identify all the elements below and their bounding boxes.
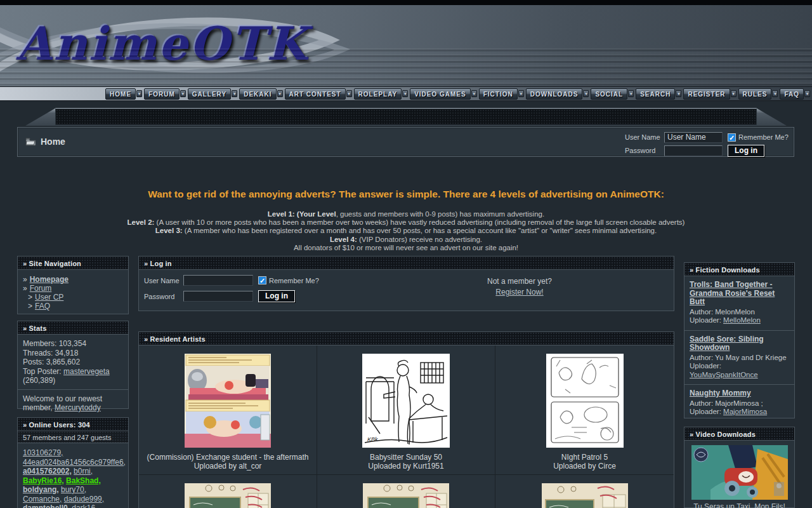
chevron-down-icon[interactable]: ▾	[471, 90, 477, 97]
folder-icon	[25, 137, 36, 146]
artist-card: NIght Patrol 5 Uploaded by Circe	[495, 345, 674, 474]
sidebar-item-forum[interactable]: »Forum	[23, 284, 123, 293]
chevron-down-icon[interactable]: ▾	[180, 90, 186, 97]
nav-roleplay[interactable]: ROLEPLAY	[354, 88, 402, 100]
nav-forum[interactable]: FORUM	[144, 88, 180, 100]
login-button[interactable]: Log in	[258, 290, 295, 302]
nav-downloads[interactable]: DOWNLOADS	[526, 88, 583, 100]
online-user-link[interactable]: BabyRie16,	[23, 476, 64, 485]
fiction-title-link[interactable]: Naughty Mommy	[690, 389, 789, 398]
resident-artists-panel: » Resident Artists	[138, 331, 674, 508]
online-users-list: 103106279, 44ead024ba61456c6c979ffe6, a0…	[18, 443, 128, 508]
artist-card	[139, 474, 317, 508]
online-user-link[interactable]: bury70,	[61, 485, 86, 494]
chevron-down-icon[interactable]: ▾	[628, 90, 634, 97]
online-user-link[interactable]: b0rni,	[74, 467, 93, 476]
login-button[interactable]: Log in	[728, 145, 764, 157]
remember-me-checkbox[interactable]: ✓	[728, 133, 736, 142]
nav-fiction[interactable]: FICTION	[479, 88, 518, 100]
artwork-caption[interactable]: (Commission) Exchange student - the afte…	[143, 453, 313, 462]
ad-levels-title: Want to get rid of the annoying adverts?…	[0, 189, 812, 200]
nav-social[interactable]: SOCIAL	[591, 88, 627, 100]
fiction-title-link[interactable]: Saddle Sore: Sibling Showdown	[690, 335, 789, 352]
password-label: Password	[144, 293, 183, 300]
stats-top-poster-count: (260,389)	[23, 376, 123, 385]
password-label: Password	[625, 147, 664, 154]
artwork-thumbnail-detention-1[interactable]	[185, 483, 271, 508]
online-user-link[interactable]: boldyang,	[23, 485, 59, 494]
artist-card: KBk Babysitter Sunday 50 Uploaded by Kur…	[317, 345, 495, 474]
nav-search[interactable]: SEARCH	[636, 88, 675, 100]
sidebar-item-usercp[interactable]: >User CP	[23, 293, 123, 302]
artwork-thumbnail-night-patrol[interactable]	[546, 354, 624, 448]
ad-level-line: All donators of $10 or more will never s…	[25, 244, 787, 252]
artwork-thumbnail-babysitter-sunday[interactable]: KBk	[362, 354, 450, 448]
password-field[interactable]	[664, 145, 723, 156]
video-title-link[interactable]: Tu Seras un Taxi, Mon Fils!	[693, 502, 785, 508]
register-now-link[interactable]: Register Now!	[495, 288, 543, 297]
chevron-down-icon[interactable]: ▾	[232, 90, 237, 97]
nav-register[interactable]: REGISTER	[683, 88, 730, 100]
fiction-title-link[interactable]: Trolls: Band Together - Grandma Rosie's …	[690, 281, 789, 307]
chevron-down-icon[interactable]: ▾	[136, 90, 142, 97]
page-title: Home	[41, 137, 65, 147]
uploader-link[interactable]: YouMaySpankItOnce	[690, 371, 758, 378]
sidebar-item-faq[interactable]: >FAQ	[23, 302, 123, 311]
nav-faq[interactable]: FAQ	[780, 88, 804, 100]
online-user-link[interactable]: damntohell0,	[23, 504, 70, 508]
top-poster-link[interactable]: mastervegeta	[63, 367, 110, 376]
login-panel-header: » Log in	[139, 257, 674, 270]
stats-panel: » Stats Members: 103,354 Threads: 34,918…	[17, 321, 129, 409]
ad-level-line: Level 1: (Your Level, guests and members…	[25, 210, 787, 218]
online-user-link[interactable]: a0415762002,	[23, 467, 72, 476]
nav-rules[interactable]: RULES	[738, 88, 772, 100]
chevron-down-icon[interactable]: ▾	[804, 90, 810, 97]
username-label: User Name	[144, 277, 183, 284]
artist-card	[317, 474, 495, 508]
not-member-text: Not a member yet?	[443, 276, 596, 287]
online-user-link[interactable]: 103106279,	[23, 448, 63, 457]
sidebar-item-homepage[interactable]: »Homepage	[23, 275, 123, 284]
artwork-thumbnail-detention-2[interactable]	[363, 483, 449, 508]
breadcrumb: Home	[25, 137, 65, 147]
online-user-link[interactable]: BakShad,	[66, 476, 101, 485]
site-navigation-header: » Site Navigation	[18, 257, 128, 270]
video-thumbnail[interactable]	[691, 445, 788, 500]
artwork-caption[interactable]: Babysitter Sunday 50	[321, 453, 491, 462]
fiction-downloads-header: » Fiction Downloads	[684, 263, 794, 276]
fiction-author: Author: MajorMimosa ;	[690, 399, 789, 408]
chevron-down-icon[interactable]: ▾	[731, 90, 737, 97]
password-field[interactable]	[183, 291, 253, 302]
chevron-down-icon[interactable]: ▾	[346, 90, 352, 97]
uploader-link[interactable]: MelloMelon	[723, 316, 761, 324]
username-field[interactable]	[664, 132, 723, 143]
nav-home[interactable]: HOME	[105, 88, 136, 100]
chevron-down-icon[interactable]: ▾	[518, 90, 524, 97]
remember-me-checkbox[interactable]: ✓	[258, 276, 266, 284]
artwork-thumbnail-exchange-student[interactable]	[185, 354, 271, 448]
chevron-down-icon[interactable]: ▾	[772, 90, 778, 97]
nav-dekaki[interactable]: DEKAKI	[239, 88, 276, 100]
main-navbar: HOME▾ FORUM▾ GALLERY▾ DEKAKI▾ ART CONTES…	[0, 86, 812, 101]
newest-member-link[interactable]: Mercurytoddy	[55, 403, 101, 412]
nav-video-games[interactable]: VIDEO GAMES	[410, 88, 471, 100]
nav-gallery[interactable]: GALLERY	[188, 88, 231, 100]
stats-threads: Threads: 34,918	[23, 349, 123, 358]
artwork-thumbnail-detention-3[interactable]	[542, 483, 628, 508]
username-label: User Name	[625, 133, 664, 141]
nav-art-contest[interactable]: ART CONTEST	[285, 88, 346, 100]
chevron-down-icon[interactable]: ▾	[402, 90, 408, 97]
username-field[interactable]	[183, 275, 253, 286]
remember-me-label: Remember Me?	[738, 133, 789, 141]
chevron-down-icon[interactable]: ▾	[676, 90, 681, 97]
chevron-down-icon[interactable]: ▾	[277, 90, 283, 97]
remember-me-label: Remember Me?	[269, 277, 319, 284]
online-user-link[interactable]: Comanche,	[23, 495, 62, 504]
online-user-link[interactable]: dark16,	[72, 504, 97, 508]
fiction-author: Author: Yu May and Dr Kriege	[690, 354, 789, 363]
chevron-down-icon[interactable]: ▾	[583, 90, 589, 97]
artwork-caption[interactable]: NIght Patrol 5	[499, 453, 670, 462]
online-user-link[interactable]: 44ead024ba61456c6c979ffe6,	[23, 458, 126, 467]
online-user-link[interactable]: dadude999,	[64, 495, 104, 504]
uploader-link[interactable]: MajorMimosa	[723, 408, 767, 415]
